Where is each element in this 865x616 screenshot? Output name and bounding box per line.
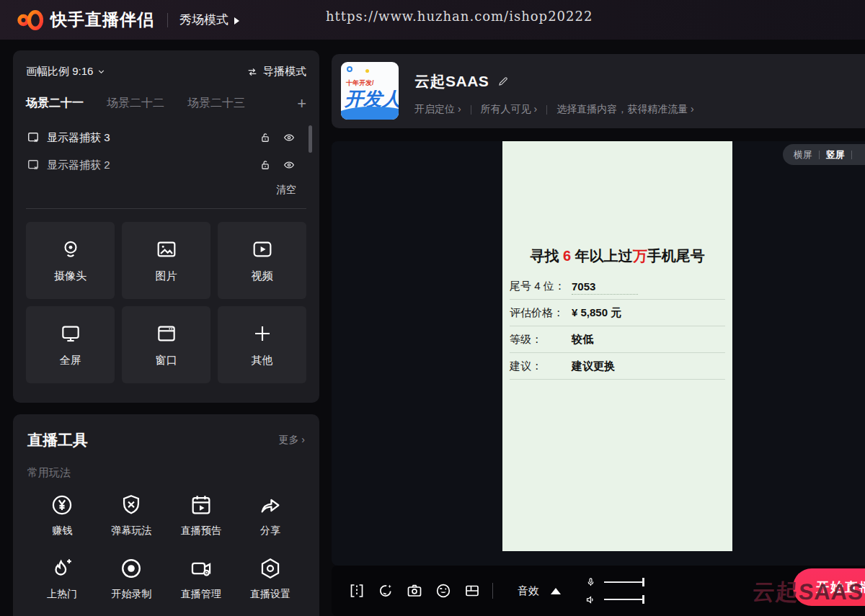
orientation-landscape[interactable]: 横屏	[794, 148, 812, 161]
crop-adjust-button[interactable]	[342, 582, 371, 599]
capture-tile-grid: 摄像头 图片 视频	[26, 222, 306, 383]
avatar-decoration	[365, 69, 369, 73]
tool-label: 直播设置	[250, 588, 290, 601]
scene-tab-23[interactable]: 场景二十三	[187, 96, 245, 111]
show-mode-label: 秀场模式	[179, 12, 229, 28]
crop-adjust-icon	[348, 582, 365, 599]
scene-tab-22[interactable]: 场景二十二	[107, 96, 164, 111]
visibility-link[interactable]: 所有人可见 ›	[481, 103, 538, 116]
visibility-eye-icon[interactable]	[282, 159, 296, 171]
volume-controls	[582, 576, 644, 606]
aspect-ratio-selector[interactable]: 画幅比例 9:16	[26, 65, 106, 79]
card-row-grade: 等级： 较低	[510, 326, 725, 353]
topbar-divider	[167, 13, 168, 27]
tile-label: 摄像头	[54, 269, 86, 283]
tool-danmu-play[interactable]: 弹幕玩法	[97, 493, 166, 537]
plus-icon	[251, 322, 274, 345]
tools-section-label: 常用玩法	[27, 466, 305, 480]
window-icon	[155, 322, 178, 345]
chevron-down-icon	[97, 67, 106, 76]
add-scene-button[interactable]: +	[297, 98, 306, 110]
link-divider	[471, 105, 471, 115]
enable-location-link[interactable]: 开启定位 ›	[414, 103, 461, 116]
topbar: 快手直播伴侣 秀场模式 https://www.huzhan.com/ishop…	[0, 0, 865, 40]
tool-label: 开始录制	[111, 588, 151, 601]
tile-window[interactable]: 窗口	[122, 306, 210, 383]
tile-fullscreen[interactable]: 全屏	[26, 306, 115, 383]
tool-share[interactable]: 分享	[236, 493, 305, 537]
lock-icon[interactable]	[259, 159, 272, 171]
speaker-volume-slider[interactable]	[604, 594, 644, 604]
tool-start-recording[interactable]: 开始录制	[97, 556, 166, 601]
tile-video[interactable]: 视频	[218, 222, 306, 299]
tool-live-settings[interactable]: 直播设置	[236, 556, 305, 601]
tools-grid: 赚钱 弹幕玩法 直播预告 分	[27, 493, 305, 601]
tool-label: 直播管理	[181, 588, 221, 601]
swap-arrows-icon	[246, 66, 259, 78]
aspect-ratio-label: 画幅比例 9:16	[26, 65, 93, 79]
mic-volume-slider[interactable]	[604, 577, 644, 587]
link-divider	[546, 105, 547, 115]
clear-sources-button[interactable]: 清空	[276, 184, 296, 195]
settings-hexagon-icon	[258, 556, 283, 581]
share-arrow-icon	[258, 493, 283, 517]
avatar-wave-decoration	[341, 107, 399, 120]
tile-image[interactable]: 图片	[122, 222, 210, 299]
tools-more-link[interactable]: 更多 ›	[278, 434, 305, 447]
source-name: 显示器捕获 3	[47, 131, 110, 145]
director-mode-button[interactable]: 导播模式	[246, 65, 306, 79]
tool-live-preview-notice[interactable]: 直播预告	[167, 493, 236, 537]
money-yuan-icon	[50, 493, 74, 517]
tool-label: 赚钱	[52, 525, 72, 537]
visibility-eye-icon[interactable]	[282, 131, 296, 144]
video-icon	[251, 238, 274, 261]
start-live-button[interactable]: 开始直播	[793, 568, 865, 606]
tool-promote-hot[interactable]: 上热门	[27, 556, 97, 601]
display-capture-icon	[26, 130, 40, 145]
phone-tail-eval-card: 寻找 6 年以上过万手机尾号 尾号 4 位： 7053 评估价格： ¥ 5,85…	[502, 141, 732, 551]
source-row-display-capture-2[interactable]: 显示器捕获 2	[26, 151, 306, 179]
card-row-eval-price: 评估价格： ¥ 5,850 元	[510, 300, 725, 326]
layout-grid-icon	[463, 582, 481, 599]
tool-label: 直播预告	[181, 525, 221, 537]
tool-earn-money[interactable]: 赚钱	[27, 493, 97, 537]
lock-icon[interactable]	[259, 131, 272, 144]
scene-tab-21[interactable]: 场景二十一	[26, 96, 84, 111]
tile-label: 图片	[156, 269, 177, 283]
video-camera-icon	[189, 556, 213, 581]
tile-label: 窗口	[156, 354, 177, 367]
monitor-icon	[59, 322, 82, 345]
source-list-scrollbar[interactable]	[309, 125, 312, 153]
tile-camera[interactable]: 摄像头	[26, 222, 115, 299]
tile-label: 全屏	[60, 354, 81, 367]
avatar-decoration	[347, 66, 352, 72]
sound-effects-button[interactable]: 音效	[518, 584, 561, 598]
source-row-display-capture-3[interactable]: 显示器捕获 3	[26, 124, 306, 151]
calendar-play-icon	[189, 493, 213, 517]
triangle-right-icon	[234, 17, 239, 24]
microphone-icon[interactable]	[582, 576, 598, 589]
edit-pencil-icon[interactable]	[497, 76, 509, 87]
beauty-button[interactable]	[371, 582, 400, 599]
show-mode-menu[interactable]: 秀场模式	[179, 12, 239, 28]
source-list: 显示器捕获 3	[26, 124, 306, 179]
tool-label: 分享	[260, 525, 280, 537]
sticker-emoji-button[interactable]	[429, 582, 458, 599]
record-icon	[119, 556, 143, 581]
tool-label: 弹幕玩法	[111, 525, 151, 537]
source-name: 显示器捕获 2	[47, 159, 110, 172]
speaker-icon[interactable]	[582, 594, 598, 605]
live-tools-panel: 直播工具 更多 › 常用玩法 赚钱 弹幕玩法	[13, 414, 319, 616]
avatar[interactable]: 十年开发/ 开发人	[341, 62, 399, 120]
tool-live-manage[interactable]: 直播管理	[167, 556, 236, 601]
orientation-divider	[851, 151, 852, 159]
tile-other[interactable]: 其他	[218, 306, 306, 383]
image-icon	[155, 238, 178, 261]
select-content-link[interactable]: 选择直播内容，获得精准流量 ›	[556, 103, 694, 116]
orientation-portrait[interactable]: 竖屏	[826, 148, 845, 161]
live-preview-area: 横屏 竖屏 寻找 6 年以上过万手机尾号 尾号 4 位： 7053 评估价格： …	[332, 141, 865, 566]
sound-effects-label: 音效	[518, 584, 539, 598]
tool-label: 上热门	[47, 588, 77, 601]
layout-button[interactable]	[458, 582, 487, 599]
screenshot-camera-button[interactable]	[400, 582, 429, 599]
